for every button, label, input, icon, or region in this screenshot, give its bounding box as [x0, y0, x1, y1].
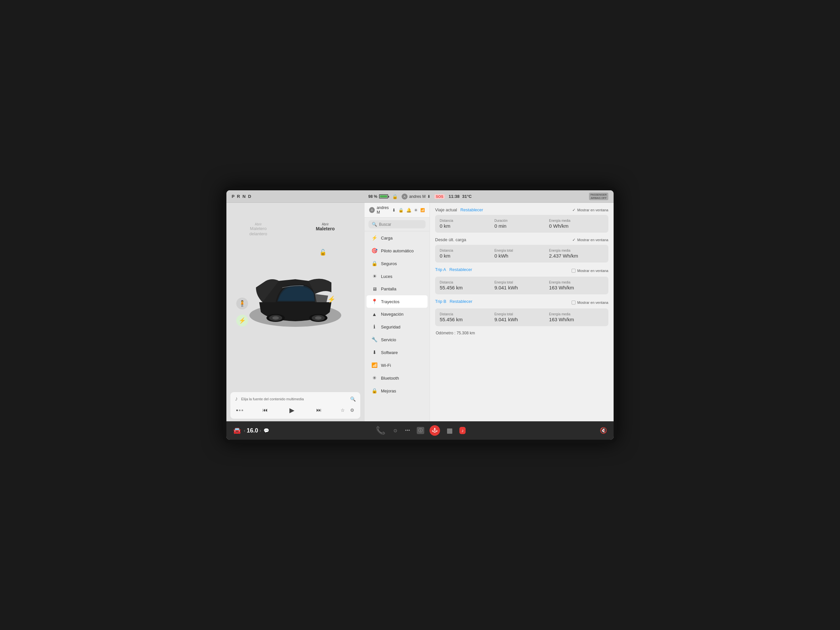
checkbox-a: [572, 269, 576, 273]
menu-bluetooth[interactable]: ✳ Bluetooth: [366, 372, 428, 384]
since-charge-section: Desde últ. carga ✓ Mostrar en ventana Di…: [435, 237, 608, 262]
seguridad-icon: ℹ: [371, 324, 378, 330]
trip-a-distance-value: 55.456 km: [440, 285, 491, 291]
secondary-avatar: A: [369, 207, 375, 213]
status-bar: P R N D 98 % 🔒 A andres M ⬇ SOS 11:38: [226, 190, 614, 203]
speed-right-arrow[interactable]: ›: [259, 428, 261, 433]
since-charge-card: Distancia 0 km Energía total 0 kWh Energ…: [435, 245, 608, 262]
lock-icon[interactable]: 🔒: [392, 194, 398, 199]
speed-display: ‹ 16.0 ›: [244, 427, 261, 434]
media-source-text: Elija la fuente del contenido multimedia: [241, 397, 347, 401]
menu-navegacion[interactable]: ▲ Navegación: [366, 308, 428, 320]
trip-b-header: Trip B Restablecer Mostrar en ventana: [435, 299, 608, 306]
dot-3: [242, 409, 243, 411]
car-svg-wrapper: ⚡: [243, 263, 348, 336]
current-trip-row: Distancia 0 km Duración 0 min Energía me…: [440, 219, 604, 229]
since-charge-header: Desde últ. carga ✓ Mostrar en ventana: [435, 237, 608, 242]
secondary-signal-icon: 📶: [420, 208, 425, 212]
since-charge-show-window[interactable]: ✓ Mostrar en ventana: [572, 238, 608, 242]
current-trip-reset[interactable]: Restablecer: [460, 207, 483, 212]
secondary-bell-icon[interactable]: 🔔: [406, 208, 412, 213]
status-center: 98 % 🔒 A andres M ⬇ SOS 11:38 31°C: [357, 194, 483, 199]
secondary-download-icon[interactable]: ⬇: [392, 208, 396, 213]
ctrl-icons: ☆ ⚙: [341, 407, 354, 413]
screen-bezel: P R N D 98 % 🔒 A andres M ⬇ SOS 11:38: [223, 187, 617, 443]
charge-distance-cell: Distancia 0 km: [440, 249, 494, 259]
car-svg: ⚡: [243, 263, 348, 335]
dots-menu-icon[interactable]: •••: [404, 427, 412, 434]
menu-servicio[interactable]: 🔧 Servicio: [366, 333, 428, 346]
music-note-icon: ♪: [235, 395, 238, 402]
search-bar: 🔍: [365, 218, 429, 231]
trip-a-show-window[interactable]: Mostrar en ventana: [572, 269, 608, 273]
search-icon[interactable]: 🔍: [350, 396, 356, 402]
secondary-lock-icon[interactable]: 🔒: [398, 208, 404, 213]
mute-icon[interactable]: 🔇: [600, 427, 607, 434]
menu-seguros[interactable]: 🔒 Seguros: [366, 257, 428, 270]
media-dots: [236, 409, 243, 411]
menu-mejoras[interactable]: 🔒 Mejoras: [366, 385, 428, 397]
sos-badge: SOS: [434, 194, 445, 199]
fav-icon[interactable]: ☆: [341, 407, 345, 413]
menu-wifi[interactable]: 📶 Wi-Fi: [366, 359, 428, 371]
front-trunk-label[interactable]: Abrir Maleterodelantero: [249, 223, 267, 236]
battery-pct: 98 %: [368, 194, 377, 199]
luces-icon: ☀: [371, 273, 378, 279]
current-trip-show-window[interactable]: ✓ Mostrar en ventana: [572, 208, 608, 212]
trip-b-total-label: Energía total: [494, 313, 546, 316]
svg-text:⚡: ⚡: [327, 295, 336, 303]
menu-carga[interactable]: ⚡ Carga: [366, 232, 428, 244]
trip-a-reset[interactable]: Restablecer: [449, 267, 472, 272]
charge-avg-label: Energía media: [549, 249, 600, 252]
menu-luces[interactable]: ☀ Luces: [366, 270, 428, 283]
charge-total-value: 0 kWh: [494, 253, 546, 259]
odometer-value: 75.308 km: [456, 331, 475, 335]
secondary-bt-icon[interactable]: ✳: [414, 208, 418, 213]
info-circle-icon[interactable]: ⓘ: [417, 427, 424, 434]
since-charge-title: Desde últ. carga: [435, 237, 466, 242]
menu-pantalla[interactable]: 🖥 Pantalla: [366, 283, 428, 295]
current-distance-cell: Distancia 0 km: [440, 219, 494, 229]
eq-icon[interactable]: ⚙: [350, 407, 354, 413]
trip-a-total-label: Energía total: [494, 281, 546, 284]
temperature: 31°C: [462, 194, 472, 199]
play-button[interactable]: ▶: [287, 405, 297, 415]
car-icon-bottom: 🚘: [233, 426, 241, 434]
trip-b-show-window[interactable]: Mostrar en ventana: [572, 300, 608, 305]
battery-bar-icon: [379, 194, 388, 199]
trip-a-card: Distancia 55.456 km Energía total 9.041 …: [435, 276, 608, 294]
current-duration-value: 0 min: [494, 223, 546, 229]
menu-piloto[interactable]: 🎯 Piloto automático: [366, 245, 428, 257]
left-panel: 🧍 ⚡ Abrir Maleterodelantero Abrir Malete…: [226, 203, 364, 421]
right-panel: Viaje actual Restablecer ✓ Mostrar en ve…: [430, 203, 614, 421]
phone-icon[interactable]: 📞: [374, 425, 387, 436]
menu-trayectos[interactable]: 📍 Trayectos: [366, 295, 428, 308]
user-info: A andres M ⬇: [402, 194, 431, 199]
charge-total-cell: Energía total 0 kWh: [494, 249, 549, 259]
music-bottom-icon[interactable]: ♪: [459, 427, 466, 434]
odometer: Odómetro : 75.308 km: [435, 331, 608, 335]
joystick-icon[interactable]: 🕹: [429, 425, 440, 436]
menu-seguridad[interactable]: ℹ Seguridad: [366, 321, 428, 333]
bluetooth-label: Bluetooth: [381, 376, 399, 381]
trip-b-show-label: Mostrar en ventana: [577, 300, 608, 305]
menu-software[interactable]: ⬇ Software: [366, 346, 428, 358]
charge-avg-value: 2.437 Wh/km: [549, 253, 600, 259]
next-button[interactable]: ⏭: [314, 406, 324, 414]
software-label: Software: [381, 350, 398, 355]
trip-b-avg-label: Energía media: [549, 313, 600, 316]
prev-button[interactable]: ⏮: [260, 406, 270, 414]
grid-icon[interactable]: ▦: [445, 425, 454, 436]
current-duration-cell: Duración 0 min: [494, 219, 549, 229]
secondary-user-name: andres M: [377, 205, 392, 215]
secondary-icons: ⬇ 🔒 🔔 ✳ 📶: [392, 208, 425, 213]
trip-a-header: Trip A Restablecer Mostrar en ventana: [435, 267, 608, 274]
trip-b-reset[interactable]: Restablecer: [450, 299, 472, 304]
rear-trunk-label[interactable]: Abrir Maletero: [316, 223, 335, 231]
time-temp: 11:38 31°C: [448, 194, 472, 199]
trip-a-avg-label: Energía media: [549, 281, 600, 284]
search-input[interactable]: [379, 222, 422, 227]
speed-left-arrow[interactable]: ‹: [244, 428, 245, 433]
search-wrapper[interactable]: 🔍: [368, 220, 426, 228]
status-right: PASSENGERAIRBAG OFF: [483, 193, 608, 200]
